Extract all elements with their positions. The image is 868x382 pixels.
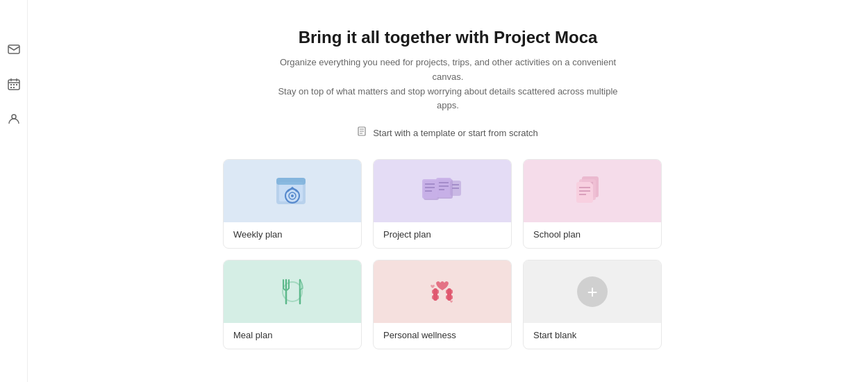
card-image-project <box>374 160 511 222</box>
page-title: Bring it all together with Project Moca <box>299 28 598 47</box>
card-label-school: School plan <box>524 222 661 248</box>
card-label-meal: Meal plan <box>224 323 361 349</box>
card-image-weekly <box>224 160 361 222</box>
card-personal-wellness[interactable]: Personal wellness <box>373 260 512 349</box>
svg-rect-22 <box>422 179 437 199</box>
card-project-plan[interactable]: Project plan <box>373 159 512 249</box>
card-start-blank[interactable]: + Start blank <box>523 260 662 349</box>
svg-rect-7 <box>16 84 17 85</box>
card-label-wellness: Personal wellness <box>374 323 511 349</box>
svg-rect-5 <box>10 84 12 85</box>
card-image-wellness <box>374 260 511 323</box>
template-icon <box>358 126 369 140</box>
main-content: Bring it all together with Project Moca … <box>28 0 868 382</box>
mail-icon[interactable] <box>6 42 22 57</box>
svg-rect-49 <box>446 290 453 294</box>
card-image-blank: + <box>524 260 661 323</box>
svg-rect-47 <box>432 295 439 299</box>
plus-icon: + <box>577 276 608 307</box>
svg-rect-46 <box>432 290 439 294</box>
card-image-school <box>524 160 661 222</box>
svg-rect-27 <box>436 178 451 197</box>
hero-subtitle: Organize everything you need for project… <box>274 56 621 113</box>
people-icon[interactable] <box>6 111 22 126</box>
card-label-project: Project plan <box>374 222 511 248</box>
card-label-blank: Start blank <box>524 323 661 349</box>
template-link[interactable]: Start with a template or start from scra… <box>358 126 538 140</box>
card-label-weekly: Weekly plan <box>224 222 361 248</box>
cards-grid: Weekly plan <box>223 159 673 349</box>
svg-rect-8 <box>10 87 12 88</box>
svg-rect-50 <box>446 295 453 299</box>
svg-rect-9 <box>13 87 15 88</box>
card-image-meal <box>224 260 361 323</box>
sidebar <box>0 0 28 382</box>
svg-point-10 <box>12 115 16 119</box>
card-meal-plan[interactable]: Meal plan <box>223 260 362 349</box>
svg-rect-36 <box>576 182 593 203</box>
card-school-plan[interactable]: School plan <box>523 159 662 249</box>
svg-rect-6 <box>13 84 15 85</box>
svg-point-20 <box>291 194 294 197</box>
svg-rect-0 <box>8 45 19 53</box>
card-weekly-plan[interactable]: Weekly plan <box>223 159 362 249</box>
calendar-icon[interactable] <box>6 76 22 92</box>
svg-rect-17 <box>276 178 306 185</box>
